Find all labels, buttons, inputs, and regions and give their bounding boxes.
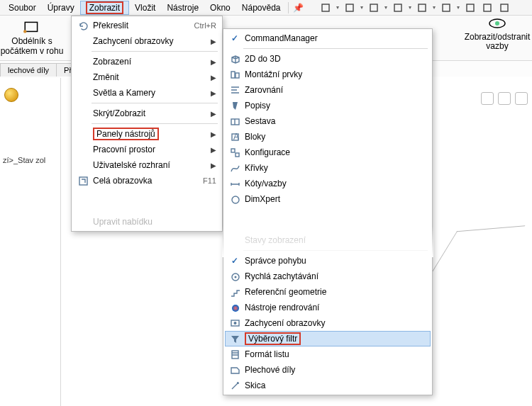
check-icon <box>228 318 242 329</box>
hud-icon-3[interactable] <box>515 92 528 105</box>
save-button[interactable] <box>366 1 382 14</box>
menubar-item-nápověda[interactable]: Nápověda <box>236 1 287 15</box>
toolbars-item-bloky[interactable]: ABloky <box>225 129 431 145</box>
check-icon <box>228 349 242 360</box>
view-menu-item-upravit-nab-dku: Upravit nabídku <box>73 214 221 230</box>
submenu-arrow-icon: ▶ <box>209 74 216 81</box>
toolbars-item-sestava[interactable]: Sestava <box>225 113 431 129</box>
toolbars-item-mont-n-prvky[interactable]: Montážní prvky <box>225 67 431 82</box>
menubar: SouborÚpravyZobrazitVložitNástrojeOknoNá… <box>0 0 532 16</box>
toolbars-item-skica[interactable]: Skica <box>225 378 431 393</box>
menu-item-label: Zachycení obrazovky <box>90 36 209 46</box>
menu-item-label: CommandManager <box>242 33 426 43</box>
print-button[interactable] <box>390 1 406 14</box>
toolbars-item-dimxpert[interactable]: DimXpert <box>225 191 431 207</box>
toolbars-item-form-t-listu[interactable]: Formát listu <box>225 346 431 362</box>
svg-point-21 <box>232 196 239 203</box>
menu-item-label: Kóty/vazby <box>242 179 426 188</box>
svg-rect-5 <box>443 4 450 11</box>
shortcut-label: Ctrl+R <box>194 21 216 30</box>
submenu-arrow-icon: ▶ <box>209 58 216 66</box>
toolbars-item-rychl-zachyt-v-n-[interactable]: Rychlá zachytávání <box>225 269 431 284</box>
menubar-item-nástroje[interactable]: Nástroje <box>161 1 204 15</box>
menubar-item-okno[interactable]: Okno <box>204 1 236 15</box>
undo-button[interactable] <box>414 1 430 14</box>
toolbars-item-v-b-rov-filtr[interactable]: Výběrový filtr <box>225 331 431 346</box>
hud-icon-1[interactable] <box>481 92 494 105</box>
toolbars-item-n-stroje-rendrov-n-[interactable]: Nástroje rendrování <box>225 300 431 315</box>
toolbars-item-plechov-d-ly[interactable]: Plechové díly <box>225 362 431 378</box>
submenu-arrow-icon: ▶ <box>209 89 216 97</box>
toolbars-item-zachycen-obrazovky[interactable]: Zachycení obrazovky <box>225 315 431 331</box>
menu-item-label: Nástroje rendrování <box>242 303 426 312</box>
toolbars-item-commandmanager[interactable]: ✓CommandManager <box>225 30 431 46</box>
toolbars-item-zarovn-n-[interactable]: Zarovnání <box>225 82 431 98</box>
menu-item-label: Rychlá zachytávání <box>242 271 426 281</box>
svg-point-24 <box>232 305 239 312</box>
toolbars-item-spr-vce-pohybu[interactable]: ✓Správce pohybu <box>225 253 431 269</box>
select-dropdown[interactable]: ▾ <box>455 1 461 14</box>
check-icon <box>228 54 242 64</box>
toolbars-item-k-ty-vazby[interactable]: Kóty/vazby <box>225 176 431 191</box>
check-icon <box>76 21 90 31</box>
view-menu-item-cel-obrazovka[interactable]: Celá obrazovkaF11 <box>73 173 221 188</box>
tab-sheetmetal[interactable]: lechové díly <box>0 63 57 77</box>
svg-rect-14 <box>231 72 235 78</box>
undo-dropdown[interactable]: ▾ <box>431 1 437 14</box>
menubar-item-vložit[interactable]: Vložit <box>129 1 161 15</box>
select-button[interactable] <box>438 1 454 14</box>
menu-item-label: Plechové díly <box>242 365 426 375</box>
menu-item-label: Popisy <box>242 101 426 111</box>
open-button[interactable] <box>342 1 358 14</box>
menubar-item-úpravy[interactable]: Úpravy <box>42 1 80 15</box>
view-menu-item-zachycen-obrazovky[interactable]: Zachycení obrazovky▶ <box>73 33 221 49</box>
view-menu-item-u-ivatelsk-rozhran-[interactable]: Uživatelské rozhraní▶ <box>73 157 221 173</box>
open-dropdown[interactable]: ▾ <box>359 1 365 14</box>
view-menu-item-p-ekreslit[interactable]: PřekreslitCtrl+R <box>73 18 221 33</box>
traffic-button[interactable] <box>462 1 478 14</box>
toolbars-item-referen-n-geometrie[interactable]: Referenční geometrie <box>225 284 431 300</box>
view-menu-item-panely-n-stroj-[interactable]: Panely nástrojů▶ <box>73 126 221 142</box>
menu-item-label: Výběrový filtr <box>242 334 426 344</box>
view-menu-item-pracovn-prostor[interactable]: Pracovní prostor▶ <box>73 142 221 157</box>
appearance-button[interactable] <box>480 1 495 14</box>
toolbars-item-popisy[interactable]: Popisy <box>225 98 431 113</box>
menu-item-label: Montážní prvky <box>242 69 426 79</box>
check-icon <box>228 101 242 111</box>
svg-rect-8 <box>501 4 508 11</box>
menu-item-label: Světla a Kamery <box>90 88 209 98</box>
menubar-item-soubor[interactable]: Soubor <box>3 1 42 15</box>
menu-item-label: Zarovnání <box>242 85 426 95</box>
menubar-item-zobrazit[interactable]: Zobrazit <box>80 1 129 15</box>
toolbars-item-konfigurace[interactable]: Konfigurace <box>225 145 431 160</box>
svg-rect-9 <box>25 23 37 32</box>
check-icon: ✓ <box>228 33 242 43</box>
tree-item[interactable]: zí>_Stav zol <box>3 156 45 164</box>
toolbars-item-k-ivky[interactable]: Křivky <box>225 160 431 176</box>
svg-rect-2 <box>370 4 377 11</box>
view-menu-item-zm-nit[interactable]: Změnit▶ <box>73 69 221 85</box>
svg-point-23 <box>234 276 236 278</box>
pin-icon[interactable]: 📌 <box>293 3 304 13</box>
print-dropdown[interactable]: ▾ <box>407 1 413 14</box>
check-icon <box>228 334 242 344</box>
options-button[interactable] <box>497 1 512 14</box>
toolbars-item-2d-do-3d[interactable]: 2D do 3D <box>225 51 431 67</box>
view-menu-item-zobrazen-[interactable]: Zobrazení▶ <box>73 54 221 69</box>
new-button[interactable] <box>318 1 333 14</box>
view-menu-item-skr-t-zobrazit[interactable]: Skrýt/Zobrazit▶ <box>73 106 221 121</box>
check-icon <box>228 116 242 127</box>
hud-icons <box>481 92 528 105</box>
menu-item-label: 2D do 3D <box>242 54 426 64</box>
save-dropdown[interactable]: ▾ <box>383 1 389 14</box>
rectangle-origin-button[interactable]: Obdélník s počátkem v rohu <box>0 16 64 60</box>
new-dropdown[interactable]: ▾ <box>335 1 340 14</box>
view-menu-item-sv-tla-a-kamery[interactable]: Světla a Kamery▶ <box>73 85 221 101</box>
menu-item-label: Zobrazení <box>90 57 209 67</box>
check-icon <box>228 163 242 174</box>
show-hide-constraints-button[interactable]: Zobrazit/odstranit vazby <box>465 16 529 51</box>
check-icon <box>228 69 242 80</box>
menu-item-label: Panely nástrojů <box>90 129 209 139</box>
hud-icon-2[interactable] <box>498 92 511 105</box>
menu-item-label: Křivky <box>242 163 426 173</box>
